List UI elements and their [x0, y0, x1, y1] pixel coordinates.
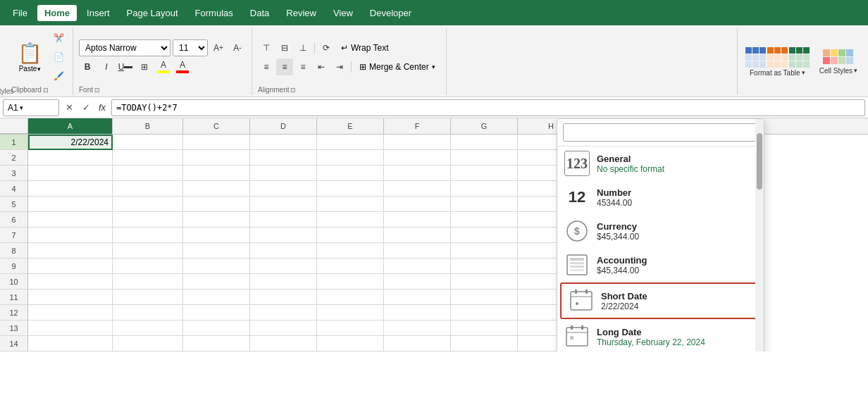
- cell-G7[interactable]: [451, 228, 518, 243]
- row-header-14[interactable]: 14: [0, 336, 28, 352]
- cell-B14[interactable]: [113, 336, 183, 352]
- menu-item-insert[interactable]: Insert: [80, 5, 117, 21]
- cell-F9[interactable]: [384, 259, 451, 274]
- increase-indent-button[interactable]: ⇥: [331, 58, 348, 75]
- cell-F13[interactable]: [384, 321, 451, 336]
- cell-C4[interactable]: [183, 181, 250, 197]
- format-item-long_date[interactable]: Long DateThursday, February 22, 2024: [557, 320, 764, 352]
- row-header-13[interactable]: 13: [0, 321, 28, 336]
- row-header-1[interactable]: 1: [0, 135, 28, 150]
- align-top-button[interactable]: ⊤: [258, 39, 275, 56]
- row-header-9[interactable]: 9: [0, 259, 28, 274]
- fill-color-button[interactable]: A: [155, 58, 172, 75]
- cell-A11[interactable]: [28, 290, 113, 305]
- cell-styles-button[interactable]: Cell Styles ▾: [814, 28, 862, 95]
- cell-A10[interactable]: [28, 274, 113, 290]
- cell-E11[interactable]: [317, 290, 384, 305]
- menu-item-review[interactable]: Review: [279, 5, 323, 21]
- cell-C14[interactable]: [183, 336, 250, 352]
- cell-G14[interactable]: [451, 336, 518, 352]
- cell-E10[interactable]: [317, 274, 384, 290]
- cell-E3[interactable]: [317, 166, 384, 181]
- cell-F3[interactable]: [384, 166, 451, 181]
- italic-button[interactable]: I: [98, 58, 115, 75]
- row-header-2[interactable]: 2: [0, 150, 28, 166]
- row-header-5[interactable]: 5: [0, 197, 28, 212]
- wrap-text-button[interactable]: ↵ Wrap Text: [336, 39, 394, 56]
- cell-G2[interactable]: [451, 150, 518, 166]
- format-item-number[interactable]: 12Number45344.00: [557, 180, 764, 214]
- cut-button[interactable]: ✂️: [50, 30, 67, 46]
- row-header-11[interactable]: 11: [0, 290, 28, 305]
- align-middle-button[interactable]: ⊟: [276, 39, 293, 56]
- cell-E7[interactable]: [317, 228, 384, 243]
- font-name-select[interactable]: Aptos Narrow: [79, 39, 170, 56]
- cell-B1[interactable]: [113, 135, 183, 150]
- cell-F6[interactable]: [384, 212, 451, 228]
- row-header-4[interactable]: 4: [0, 181, 28, 197]
- cell-A7[interactable]: [28, 228, 113, 243]
- cell-ref-arrow[interactable]: ▾: [20, 104, 23, 111]
- cell-B5[interactable]: [113, 197, 183, 212]
- col-header-F[interactable]: F: [384, 118, 451, 134]
- cell-B2[interactable]: [113, 150, 183, 166]
- copy-button[interactable]: 📄: [50, 49, 67, 66]
- cell-F11[interactable]: [384, 290, 451, 305]
- format-painter-button[interactable]: 🖌️: [50, 68, 67, 85]
- col-header-D[interactable]: D: [250, 118, 317, 134]
- cell-E4[interactable]: [317, 181, 384, 197]
- col-header-E[interactable]: E: [317, 118, 384, 134]
- cell-D8[interactable]: [250, 243, 317, 259]
- paste-button[interactable]: 📋 Paste ▾: [11, 38, 49, 76]
- cell-G4[interactable]: [451, 181, 518, 197]
- cell-B11[interactable]: [113, 290, 183, 305]
- merge-dropdown-arrow[interactable]: ▾: [432, 63, 435, 70]
- cell-C2[interactable]: [183, 150, 250, 166]
- cell-E8[interactable]: [317, 243, 384, 259]
- cell-B7[interactable]: [113, 228, 183, 243]
- cell-D4[interactable]: [250, 181, 317, 197]
- format-item-currency[interactable]: $Currency$45,344.00: [557, 214, 764, 248]
- row-header-3[interactable]: 3: [0, 166, 28, 181]
- row-header-6[interactable]: 6: [0, 212, 28, 228]
- cell-G1[interactable]: [451, 135, 518, 150]
- cell-F4[interactable]: [384, 181, 451, 197]
- cell-F7[interactable]: [384, 228, 451, 243]
- formula-cancel-button[interactable]: ✕: [62, 101, 76, 115]
- merge-center-button[interactable]: ⊞ Merge & Center ▾: [354, 58, 440, 75]
- increase-font-button[interactable]: A+: [210, 39, 227, 56]
- cell-A3[interactable]: [28, 166, 113, 181]
- cell-C11[interactable]: [183, 290, 250, 305]
- cell-E6[interactable]: [317, 212, 384, 228]
- cell-A13[interactable]: [28, 321, 113, 336]
- cell-D2[interactable]: [250, 150, 317, 166]
- formula-input[interactable]: [111, 99, 865, 116]
- menu-item-developer[interactable]: Developer: [363, 5, 418, 21]
- cell-D14[interactable]: [250, 336, 317, 352]
- dropdown-scrollbar[interactable]: [755, 119, 764, 352]
- cell-D6[interactable]: [250, 212, 317, 228]
- menu-item-formulas[interactable]: Formulas: [188, 5, 240, 21]
- format-item-short_date[interactable]: Short Date2/22/2024: [560, 282, 761, 319]
- cell-B12[interactable]: [113, 305, 183, 321]
- cell-G8[interactable]: [451, 243, 518, 259]
- font-color-button[interactable]: A: [174, 58, 191, 75]
- cell-A9[interactable]: [28, 259, 113, 274]
- row-header-8[interactable]: 8: [0, 243, 28, 259]
- font-size-select[interactable]: 11: [173, 39, 208, 56]
- cell-B8[interactable]: [113, 243, 183, 259]
- cell-styles-arrow[interactable]: ▾: [854, 67, 857, 74]
- cell-E13[interactable]: [317, 321, 384, 336]
- menu-item-view[interactable]: View: [326, 5, 360, 21]
- menu-item-file[interactable]: File: [6, 5, 35, 21]
- cell-A1[interactable]: 2/22/2024: [28, 135, 113, 150]
- cell-D5[interactable]: [250, 197, 317, 212]
- cell-B4[interactable]: [113, 181, 183, 197]
- cell-C3[interactable]: [183, 166, 250, 181]
- align-bottom-button[interactable]: ⊥: [294, 39, 311, 56]
- cell-A12[interactable]: [28, 305, 113, 321]
- cell-F8[interactable]: [384, 243, 451, 259]
- format-item-general[interactable]: 123GeneralNo specific format: [557, 147, 764, 180]
- cell-C7[interactable]: [183, 228, 250, 243]
- cell-F1[interactable]: [384, 135, 451, 150]
